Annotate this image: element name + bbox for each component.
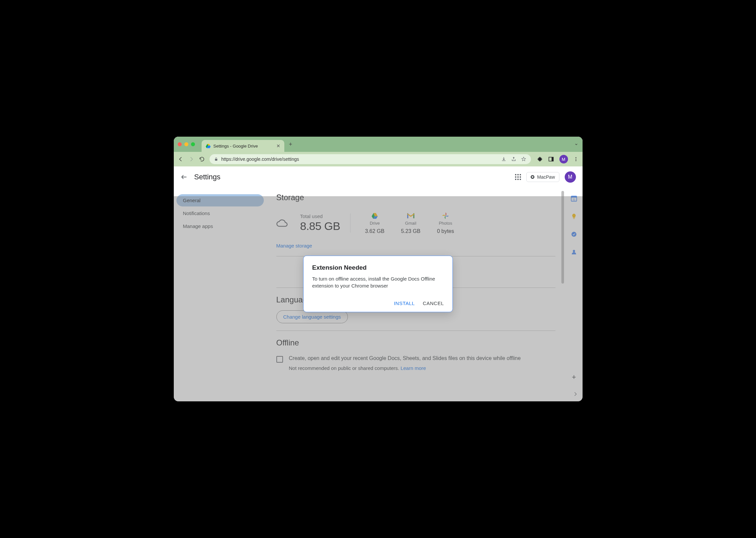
offline-checkbox[interactable]	[276, 356, 283, 363]
share-icon[interactable]	[511, 156, 516, 162]
divider	[276, 331, 555, 331]
offline-description: Create, open and edit your recent Google…	[289, 355, 521, 362]
profile-avatar[interactable]: M	[559, 155, 568, 163]
calendar-icon[interactable]: 31	[570, 195, 578, 202]
browser-tab[interactable]: Settings - Google Drive ✕	[202, 140, 284, 152]
hide-side-panel-button[interactable]	[573, 392, 578, 397]
url-box[interactable]: https://drive.google.com/drive/settings	[209, 154, 531, 164]
change-language-button[interactable]: Change language settings	[276, 310, 348, 323]
app-header: Settings ✪ MacPaw M	[174, 166, 583, 188]
page-title: Settings	[194, 173, 221, 181]
browser-menu-button[interactable]	[573, 156, 579, 162]
bookmark-icon[interactable]	[521, 156, 526, 162]
storage-summary: Total used 8.85 GB Drive 3.62 GB	[276, 208, 555, 241]
total-used-label: Total used	[300, 213, 340, 219]
svg-point-8	[575, 159, 576, 160]
back-button[interactable]	[178, 156, 185, 162]
url-text: https://drive.google.com/drive/settings	[221, 156, 299, 162]
svg-point-7	[575, 157, 576, 158]
settings-sidebar: General Notifications Manage apps	[174, 188, 266, 402]
window-controls	[178, 142, 195, 146]
google-apps-icon[interactable]	[515, 174, 521, 180]
svg-rect-16	[573, 218, 575, 219]
close-window-button[interactable]	[178, 142, 182, 146]
keep-icon[interactable]	[570, 213, 578, 220]
org-badge[interactable]: ✪ MacPaw	[526, 172, 559, 182]
lock-icon	[214, 157, 218, 161]
address-bar: https://drive.google.com/drive/settings …	[174, 152, 583, 166]
extensions-icon[interactable]	[537, 156, 543, 162]
scrollbar[interactable]	[561, 191, 564, 284]
install-app-icon[interactable]	[501, 156, 506, 162]
storage-breakdown-gmail: Gmail 5.23 GB	[401, 211, 420, 234]
cloud-icon	[276, 217, 292, 229]
maximize-window-button[interactable]	[191, 142, 195, 146]
contacts-icon[interactable]	[570, 248, 578, 256]
settings-back-button[interactable]	[180, 173, 188, 181]
new-tab-button[interactable]: +	[289, 141, 293, 148]
tasks-icon[interactable]	[570, 231, 578, 238]
storage-section-title: Storage	[276, 193, 555, 202]
google-side-panel: 31 +	[565, 188, 583, 402]
sidepanel-icon[interactable]	[548, 156, 554, 162]
org-name: MacPaw	[537, 174, 555, 180]
sidebar-item-notifications[interactable]: Notifications	[176, 207, 264, 219]
reload-button[interactable]	[199, 156, 206, 162]
total-used-value: 8.85 GB	[300, 220, 340, 233]
minimize-window-button[interactable]	[184, 142, 188, 146]
photos-icon	[437, 211, 454, 220]
svg-text:31: 31	[572, 198, 576, 201]
close-tab-button[interactable]: ✕	[276, 143, 280, 148]
dialog-title: Extension Needed	[312, 264, 444, 271]
browser-toolbar-right: M	[537, 155, 579, 163]
extension-needed-dialog: Extension Needed To turn on offline acce…	[303, 256, 453, 312]
tab-title: Settings - Google Drive	[213, 143, 274, 148]
svg-point-9	[575, 160, 576, 161]
dialog-body: To turn on offline access, install the G…	[312, 275, 444, 289]
storage-breakdown-photos: Photos 0 bytes	[437, 211, 454, 234]
svg-point-18	[573, 250, 575, 252]
offline-note: Not recommended on public or shared comp…	[289, 365, 521, 371]
svg-rect-6	[552, 157, 553, 161]
svg-rect-14	[571, 196, 577, 198]
install-button[interactable]: INSTALL	[394, 300, 415, 306]
learn-more-link[interactable]: Learn more	[400, 365, 426, 371]
forward-button[interactable]	[188, 156, 196, 162]
get-addons-button[interactable]: +	[572, 373, 576, 382]
sidebar-item-general[interactable]: General	[176, 194, 264, 206]
drive-favicon-icon	[205, 143, 211, 148]
browser-window: Settings - Google Drive ✕ + https://driv…	[174, 136, 583, 402]
gmail-icon	[401, 211, 420, 220]
svg-point-17	[572, 232, 577, 237]
svg-rect-4	[215, 159, 217, 161]
manage-storage-link[interactable]: Manage storage	[276, 243, 312, 248]
tabs-dropdown-button[interactable]	[574, 142, 579, 146]
cancel-button[interactable]: CANCEL	[423, 300, 444, 306]
storage-breakdown-drive: Drive 3.62 GB	[365, 211, 384, 234]
tab-bar: Settings - Google Drive ✕ +	[174, 136, 583, 152]
account-avatar[interactable]: M	[565, 171, 576, 183]
sidebar-item-manage-apps[interactable]: Manage apps	[176, 220, 264, 232]
offline-section-title: Offline	[276, 338, 555, 348]
macpaw-logo-icon: ✪	[531, 174, 535, 180]
drive-settings-app: Settings ✪ MacPaw M General Notification…	[174, 166, 583, 402]
drive-icon	[365, 211, 384, 220]
